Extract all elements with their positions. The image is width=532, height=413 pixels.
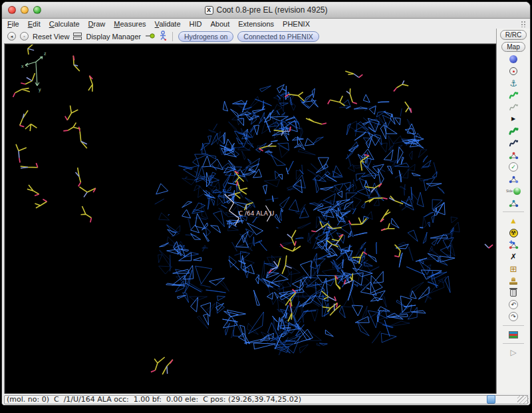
menu-calculate[interactable]: Calculate xyxy=(49,20,80,28)
run-script-icon[interactable]: ▷ xyxy=(510,347,516,358)
sidebar-tools: ⚓▶✓Side▲☢✗⊞↶↷▷ xyxy=(503,54,524,358)
rigid-body-fit-icon[interactable]: ▶ xyxy=(511,114,515,124)
sidebar-separator xyxy=(503,343,524,344)
rotamers-icon[interactable] xyxy=(509,150,519,160)
title-bar[interactable]: X Coot 0.8-pre EL (revision 4925) xyxy=(2,2,530,19)
edit-chi-angles-icon[interactable] xyxy=(509,174,519,184)
key-icon[interactable] xyxy=(145,31,155,42)
redo-icon[interactable]: ↷ xyxy=(509,311,518,322)
molecule-scene: xzy xyxy=(5,45,495,393)
toolbar-collapse-button[interactable]: ◂ xyxy=(7,32,16,41)
place-atom-at-pointer-icon[interactable]: ⊞ xyxy=(510,263,517,274)
window-title: X Coot 0.8-pre EL (revision 4925) xyxy=(205,5,328,15)
sidebar-separator xyxy=(503,325,524,326)
mutate-residue-icon[interactable]: ☢ xyxy=(509,227,518,238)
toolbar-overflow-button[interactable]: ▫ xyxy=(20,32,29,41)
sidebar-scroll-indicator[interactable] xyxy=(487,395,495,404)
main-toolbar: ◂ ▫ Reset View Display Manager Hydrogens… xyxy=(5,29,496,44)
menu-validate[interactable]: Validate xyxy=(155,20,181,28)
svg-text:z: z xyxy=(44,51,47,56)
menu-draw[interactable]: Draw xyxy=(88,20,106,28)
add-alt-conf-icon[interactable]: ▲ xyxy=(509,215,517,226)
run-refmac-icon[interactable] xyxy=(509,329,518,340)
window-controls xyxy=(8,6,41,14)
svg-text:y: y xyxy=(39,87,41,92)
rotate-translate-icon[interactable] xyxy=(509,126,519,136)
right-toolbar: R/RC Map ⚓▶✓Side▲☢✗⊞↶↷▷ xyxy=(496,29,530,394)
side-chain-flip-icon[interactable]: Side xyxy=(506,186,521,196)
auto-fit-rotamer-icon[interactable] xyxy=(509,138,519,148)
close-button[interactable] xyxy=(8,6,16,14)
delete-item-icon[interactable]: ✗ xyxy=(510,251,517,262)
minimize-button[interactable] xyxy=(21,6,29,14)
status-frame: (mol. no: 0) C /1/U/164 ALA occ: 1.00 bf… xyxy=(4,395,528,404)
phenix-connection-button[interactable]: Connected to PHENIX xyxy=(237,31,319,42)
simple-mutate-icon[interactable] xyxy=(509,239,519,250)
status-text: (mol. no: 0) C /1/U/164 ALA occ: 1.00 bf… xyxy=(5,395,301,404)
anchor-icon[interactable]: ⚓ xyxy=(509,78,517,88)
menu-phenix[interactable]: PHENIX xyxy=(283,20,310,28)
status-bar: (mol. no: 0) C /1/U/164 ALA occ: 1.00 bf… xyxy=(2,394,530,405)
jed-flip-icon[interactable] xyxy=(509,198,519,208)
menu-edit[interactable]: Edit xyxy=(28,20,41,28)
window-resize-grip[interactable] xyxy=(517,395,529,404)
window-title-text: Coot 0.8-pre EL (revision 4925) xyxy=(217,5,328,15)
menu-measures[interactable]: Measures xyxy=(114,20,146,28)
toolbar-separator xyxy=(172,32,173,41)
hydrogens-toggle-button[interactable]: Hydrogens on xyxy=(178,31,233,42)
stamp-icon[interactable] xyxy=(509,275,517,286)
refine-sphere-icon[interactable] xyxy=(509,54,517,65)
menu-bar: FileEditCalculateDrawMeasuresValidateHID… xyxy=(2,19,530,29)
real-space-refine-icon[interactable] xyxy=(509,90,519,100)
menu-items: FileEditCalculateDrawMeasuresValidateHID… xyxy=(7,20,319,28)
refine-control-button[interactable]: R/RC xyxy=(500,30,527,40)
menu-file[interactable]: File xyxy=(7,20,19,28)
sidebar-separator xyxy=(503,211,524,212)
atom-label: C /64 ALA U xyxy=(239,210,274,217)
edit-backbone-torsion-icon[interactable]: ✓ xyxy=(509,162,518,172)
app-window: X Coot 0.8-pre EL (revision 4925) FileEd… xyxy=(1,1,531,406)
display-manager-button[interactable]: Display Manager xyxy=(86,33,141,41)
graphics-canvas[interactable]: xzy C /64 ALA U xyxy=(5,44,496,394)
reset-view-button[interactable]: Reset View xyxy=(33,33,69,41)
menu-about[interactable]: About xyxy=(211,20,230,28)
screen: X Coot 0.8-pre EL (revision 4925) FileEd… xyxy=(0,0,532,413)
menu-extensions[interactable]: Extensions xyxy=(238,20,274,28)
svg-text:x: x xyxy=(21,64,24,69)
menu-hid[interactable]: HID xyxy=(190,20,202,28)
menubar-grip[interactable] xyxy=(521,21,526,27)
regularize-zone-icon[interactable] xyxy=(509,102,519,112)
display-manager-icon[interactable] xyxy=(73,33,82,40)
sphere-refine-timer-icon[interactable] xyxy=(509,66,517,76)
undo-icon[interactable]: ↶ xyxy=(509,299,518,310)
x11-icon: X xyxy=(205,6,213,15)
zoom-button[interactable] xyxy=(33,6,41,14)
molecule-person-icon[interactable] xyxy=(159,31,167,42)
trash-icon[interactable] xyxy=(510,287,517,298)
map-button[interactable]: Map xyxy=(501,42,525,52)
